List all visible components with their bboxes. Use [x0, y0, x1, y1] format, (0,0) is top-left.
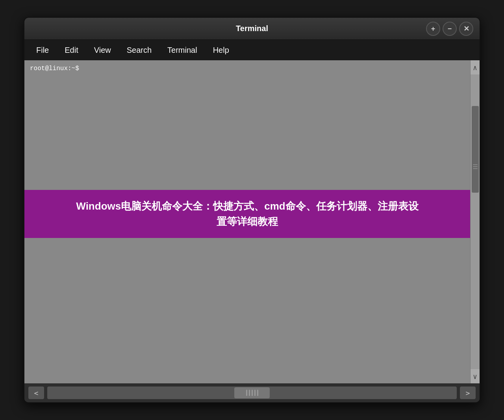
menubar: File Edit View Search Terminal Help	[24, 40, 480, 60]
add-tab-button[interactable]: +	[426, 22, 440, 36]
window-title: Terminal	[236, 24, 268, 33]
menu-help[interactable]: Help	[206, 43, 236, 57]
h-grip-2	[249, 390, 250, 396]
h-grip-1	[246, 390, 247, 396]
terminal-window: Terminal + − ✕ File Edit View Search Ter…	[24, 17, 480, 403]
grip-line-3	[473, 168, 478, 169]
scroll-up-button[interactable]: ∧	[471, 60, 480, 74]
menu-view[interactable]: View	[87, 43, 118, 57]
scroll-left-button[interactable]: <	[28, 387, 44, 399]
minimize-button[interactable]: −	[443, 22, 457, 36]
menu-terminal[interactable]: Terminal	[160, 43, 204, 57]
banner-overlay: Windows电脑关机命令大全：快捷方式、cmd命令、任务计划器、注册表设置等详…	[24, 190, 470, 238]
titlebar: Terminal + − ✕	[24, 18, 480, 40]
h-grip-5	[257, 390, 258, 396]
grip-line-2	[473, 166, 478, 167]
menu-edit[interactable]: Edit	[57, 43, 85, 57]
terminal-body: root@linux:~$ Windows电脑关机命令大全：快捷方式、cmd命令…	[24, 60, 480, 383]
terminal-prompt: root@linux:~$	[30, 65, 79, 72]
scroll-thumb-horizontal[interactable]	[234, 387, 270, 398]
h-grip-4	[254, 390, 256, 396]
window-controls: + − ✕	[426, 22, 473, 36]
menu-file[interactable]: File	[29, 43, 56, 57]
menu-search[interactable]: Search	[120, 43, 159, 57]
h-grip-3	[252, 390, 253, 396]
scroll-thumb-vertical[interactable]	[472, 106, 479, 193]
scroll-grip	[473, 164, 478, 169]
scroll-track-vertical	[471, 74, 480, 369]
scroll-down-button[interactable]: ∨	[471, 369, 480, 383]
grip-line-1	[473, 164, 478, 165]
scroll-right-button[interactable]: >	[460, 387, 476, 399]
scrollbar-horizontal: < >	[24, 383, 480, 402]
banner-text: Windows电脑关机命令大全：快捷方式、cmd命令、任务计划器、注册表设置等详…	[76, 199, 418, 229]
scrollbar-vertical: ∧ ∨	[470, 60, 480, 383]
scroll-track-horizontal	[47, 387, 457, 399]
terminal-content[interactable]: root@linux:~$ Windows电脑关机命令大全：快捷方式、cmd命令…	[24, 60, 470, 383]
close-button[interactable]: ✕	[459, 22, 473, 36]
